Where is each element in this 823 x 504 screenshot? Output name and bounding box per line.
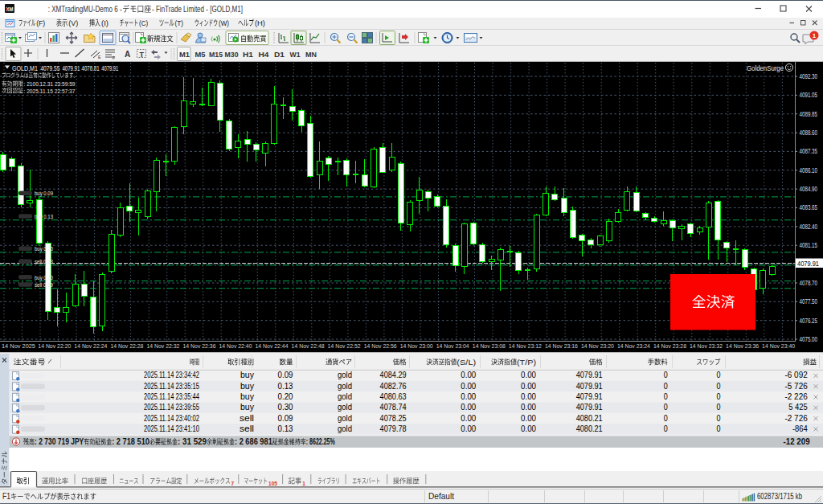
svg-text:(T/P): (T/P) [517, 359, 536, 367]
svg-text:: 31 529: : 31 529 [178, 437, 207, 446]
svg-text:4080.63: 4080.63 [380, 392, 407, 401]
svg-text:: XMTradingMU-Demo 6 -: : XMTradingMU-Demo 6 - [48, 4, 122, 14]
svg-text:4079.91: 4079.91 [576, 403, 603, 412]
svg-text:4084.90: 4084.90 [800, 185, 818, 193]
svg-text:105: 105 [268, 481, 277, 486]
svg-text:4079.91: 4079.91 [797, 260, 819, 268]
svg-text:4079.91: 4079.91 [101, 64, 118, 72]
svg-text:4078.70: 4078.70 [800, 279, 818, 287]
svg-text:gold: gold [338, 382, 352, 391]
svg-text:5 425: 5 425 [788, 403, 808, 412]
svg-text:(W): (W) [219, 18, 229, 27]
svg-text:0.00: 0.00 [521, 392, 536, 401]
svg-text:H4: H4 [259, 51, 269, 59]
svg-text:-6 092: -6 092 [785, 371, 809, 379]
svg-text:0: 0 [664, 424, 668, 433]
svg-text:0.09: 0.09 [278, 414, 293, 423]
svg-text:(F): (F) [36, 18, 45, 27]
svg-text:2025.11.14 23:35:44: 2025.11.14 23:35:44 [144, 392, 199, 401]
svg-text:14 Nov 22:44: 14 Nov 22:44 [256, 342, 289, 350]
svg-text:14 Nov 23:28: 14 Nov 23:28 [653, 342, 686, 350]
svg-text:4082.40: 4082.40 [800, 223, 818, 231]
svg-text:14 Nov 22:52: 14 Nov 22:52 [328, 342, 361, 350]
svg-text:buy: buy [240, 403, 254, 412]
svg-text:: 2025.11.15 22:57:37: : 2025.11.15 22:57:37 [24, 88, 76, 95]
svg-text:: 2 718 510: : 2 718 510 [112, 437, 149, 446]
svg-text:0: 0 [716, 414, 720, 423]
svg-text:4078.25: 4078.25 [380, 414, 407, 423]
svg-text:-864: -864 [792, 424, 808, 433]
svg-text:0: 0 [664, 392, 668, 401]
svg-text:(I): (I) [101, 18, 109, 27]
svg-text:4076.25: 4076.25 [800, 317, 818, 325]
svg-text:buy 0.30: buy 0.30 [35, 274, 53, 281]
svg-text:14 Nov 22:32: 14 Nov 22:32 [146, 342, 179, 350]
svg-text:14 Nov 22:48: 14 Nov 22:48 [292, 342, 325, 350]
svg-text:14 Nov 23:04: 14 Nov 23:04 [436, 342, 469, 350]
svg-text:4079.91: 4079.91 [576, 382, 603, 391]
svg-text:buy 0.20: buy 0.20 [35, 245, 53, 252]
svg-text:A: A [125, 50, 130, 59]
svg-text:0: 0 [716, 382, 720, 391]
svg-text:4087.35: 4087.35 [800, 147, 818, 155]
svg-text:4089.85: 4089.85 [800, 110, 818, 118]
svg-text:0: 0 [664, 371, 668, 379]
svg-text:7: 7 [231, 481, 235, 486]
svg-text:14 Nov 23:36: 14 Nov 23:36 [726, 342, 759, 350]
svg-text:4081.15: 4081.15 [800, 241, 818, 249]
svg-text:4088.60: 4088.60 [800, 129, 818, 137]
svg-text:-12 209: -12 209 [784, 437, 810, 446]
svg-text:4083.65: 4083.65 [800, 203, 818, 211]
svg-text:W1: W1 [290, 51, 301, 59]
svg-text:sell 0.13: sell 0.13 [35, 258, 53, 265]
svg-text:M1: M1 [179, 51, 190, 59]
svg-text:(H): (H) [255, 18, 265, 27]
svg-text:14 Nov 23:32: 14 Nov 23:32 [690, 342, 723, 350]
svg-text:H1: H1 [243, 51, 253, 59]
svg-text:4079.55: 4079.55 [40, 64, 59, 72]
svg-text:0.13: 0.13 [278, 382, 293, 391]
svg-text:F1: F1 [2, 492, 10, 501]
svg-text:0.00: 0.00 [521, 403, 536, 412]
svg-text:2025.11.14 23:40:02: 2025.11.14 23:40:02 [144, 414, 199, 423]
svg-text:2025.11.14 23:41:10: 2025.11.14 23:41:10 [144, 424, 199, 433]
svg-text:GoldenSurge: GoldenSurge [747, 64, 784, 72]
svg-text:0: 0 [716, 371, 720, 379]
svg-text:sell 0.09: sell 0.09 [35, 281, 53, 289]
svg-text:4078.74: 4078.74 [380, 403, 407, 412]
svg-text:0: 0 [664, 403, 668, 412]
svg-text:14 Nov 23:40: 14 Nov 23:40 [762, 342, 795, 350]
svg-text:14 Nov 23:24: 14 Nov 23:24 [617, 342, 650, 350]
svg-text:0.13: 0.13 [278, 424, 293, 433]
svg-text:4079.91: 4079.91 [576, 371, 603, 379]
svg-text:602873/1715 kb: 602873/1715 kb [757, 492, 802, 501]
svg-text:0: 0 [716, 392, 720, 401]
svg-text:: 2 686 981: : 2 686 981 [235, 437, 272, 446]
svg-text:0.20: 0.20 [278, 392, 293, 401]
svg-text:buy 0.09: buy 0.09 [35, 190, 53, 197]
svg-text:0.09: 0.09 [278, 371, 293, 379]
svg-text:0: 0 [664, 382, 668, 391]
svg-text:0.00: 0.00 [521, 424, 536, 433]
svg-text:2025.11.14 23:39:55: 2025.11.14 23:39:55 [144, 403, 199, 412]
svg-text:M15: M15 [209, 51, 223, 59]
svg-text:14 Nov 22:36: 14 Nov 22:36 [183, 342, 216, 350]
svg-text:GOLD,M1: GOLD,M1 [12, 64, 38, 72]
svg-text:14 Nov 23:12: 14 Nov 23:12 [509, 342, 542, 350]
svg-text:1: 1 [302, 481, 305, 486]
svg-text:M5: M5 [195, 51, 206, 59]
svg-text:0: 0 [716, 424, 720, 433]
svg-text:0.00: 0.00 [461, 414, 476, 423]
svg-text:4086.10: 4086.10 [800, 166, 818, 174]
svg-text:0.00: 0.00 [521, 414, 536, 423]
svg-text:F: F [113, 55, 115, 60]
svg-text:M30: M30 [225, 51, 239, 59]
svg-text:0.30: 0.30 [278, 403, 293, 412]
svg-text:gold: gold [338, 403, 352, 412]
svg-text:: 2 730 719 JPY: : 2 730 719 JPY [35, 437, 84, 446]
svg-text:14 Nov 23:08: 14 Nov 23:08 [473, 342, 506, 350]
svg-text:D1: D1 [274, 51, 285, 59]
svg-text:4084.29: 4084.29 [380, 371, 407, 379]
svg-text:-2 726: -2 726 [785, 414, 809, 423]
svg-text:4079.91: 4079.91 [576, 392, 603, 401]
